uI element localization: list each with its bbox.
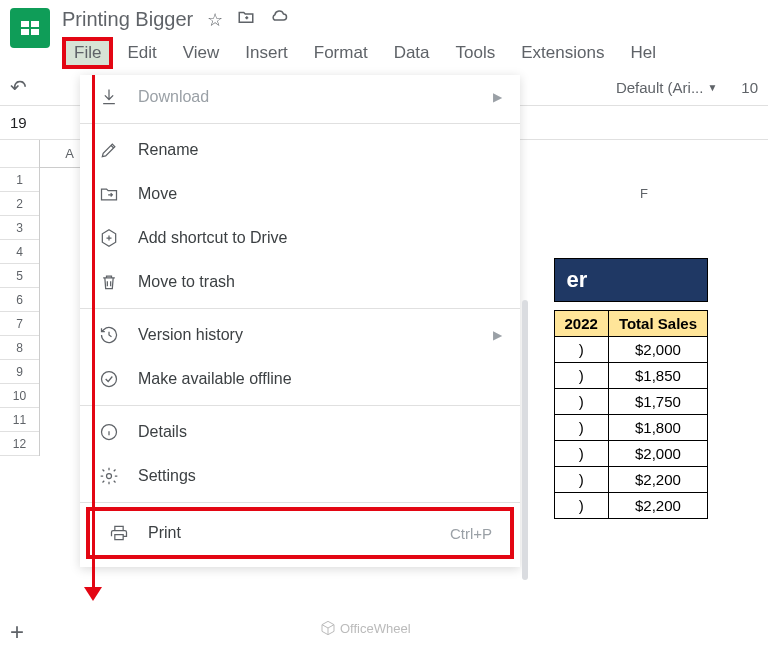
row-header[interactable]: 6 [0,288,39,312]
table-header[interactable]: 2022 [554,311,608,337]
row-header[interactable]: 11 [0,408,39,432]
star-icon[interactable]: ☆ [207,9,223,31]
table-row[interactable]: )$2,000 [554,441,707,467]
row-header[interactable]: 8 [0,336,39,360]
chevron-right-icon: ▶ [493,90,502,104]
table-row[interactable]: )$2,200 [554,493,707,519]
menu-view[interactable]: View [171,37,232,69]
menu-file[interactable]: File [62,37,113,69]
rename-icon [98,140,120,160]
menu-item-print[interactable]: PrintCtrl+P [86,507,514,559]
settings-icon [98,466,120,486]
sheets-logo[interactable] [10,8,50,48]
menubar: File Edit View Insert Format Data Tools … [62,37,758,69]
table-row[interactable]: )$1,800 [554,415,707,441]
font-size[interactable]: 10 [741,79,758,96]
table-header[interactable]: Total Sales [608,311,707,337]
file-menu-dropdown: Download▶RenameMoveAdd shortcut to Drive… [80,75,520,567]
menu-data[interactable]: Data [382,37,442,69]
move-folder-icon[interactable] [237,8,255,31]
menu-item-offline[interactable]: Make available offline [80,357,520,401]
row-header[interactable]: 12 [0,432,39,456]
download-icon [98,87,120,107]
svg-point-2 [107,474,112,479]
print-icon [108,523,130,543]
menu-tools[interactable]: Tools [444,37,508,69]
menu-item-history[interactable]: Version history▶ [80,313,520,357]
menu-insert[interactable]: Insert [233,37,300,69]
menu-item-shortcut[interactable]: Add shortcut to Drive [80,216,520,260]
row-header[interactable]: 5 [0,264,39,288]
offline-icon [98,369,120,389]
svg-point-0 [102,372,117,387]
cloud-status-icon[interactable] [269,8,289,31]
annotation-arrow-head [84,587,102,601]
font-name: Default (Ari... [616,79,704,96]
menu-item-download[interactable]: Download▶ [80,75,520,119]
move-icon [98,184,120,204]
menu-help[interactable]: Hel [618,37,668,69]
row-header[interactable]: 10 [0,384,39,408]
row-header[interactable]: 7 [0,312,39,336]
history-icon [98,325,120,345]
table-row[interactable]: )$2,000 [554,337,707,363]
menu-item-move[interactable]: Move [80,172,520,216]
watermark: OfficeWheel [320,620,411,636]
shortcut-icon [98,228,120,248]
row-header[interactable]: 1 [0,168,39,192]
menu-item-trash[interactable]: Move to trash [80,260,520,304]
col-header-f[interactable]: F [640,186,648,201]
dropdown-scrollbar[interactable] [522,300,528,580]
table-banner: er [554,258,708,302]
menu-edit[interactable]: Edit [115,37,168,69]
spreadsheet-data: er 2022 Total Sales )$2,000)$1,850)$1,75… [554,258,708,519]
menu-item-details[interactable]: Details [80,410,520,454]
trash-icon [98,272,120,292]
menu-extensions[interactable]: Extensions [509,37,616,69]
menu-format[interactable]: Format [302,37,380,69]
table-row[interactable]: )$2,200 [554,467,707,493]
row-header[interactable]: 2 [0,192,39,216]
font-selector[interactable]: Default (Ari... ▼ [616,79,717,96]
details-icon [98,422,120,442]
undo-icon[interactable]: ↶ [10,75,27,99]
chevron-down-icon: ▼ [707,82,717,93]
row-headers: 1 2 3 4 5 6 7 8 9 10 11 12 [0,140,40,456]
annotation-arrow [92,75,95,595]
select-all[interactable] [0,140,39,168]
table-row[interactable]: )$1,750 [554,389,707,415]
chevron-right-icon: ▶ [493,328,502,342]
menu-item-rename[interactable]: Rename [80,128,520,172]
row-header[interactable]: 3 [0,216,39,240]
row-header[interactable]: 9 [0,360,39,384]
table-row[interactable]: )$1,850 [554,363,707,389]
row-header[interactable]: 4 [0,240,39,264]
doc-title[interactable]: Printing Bigger [62,8,193,31]
add-sheet-button[interactable]: + [10,618,24,646]
menu-item-settings[interactable]: Settings [80,454,520,498]
